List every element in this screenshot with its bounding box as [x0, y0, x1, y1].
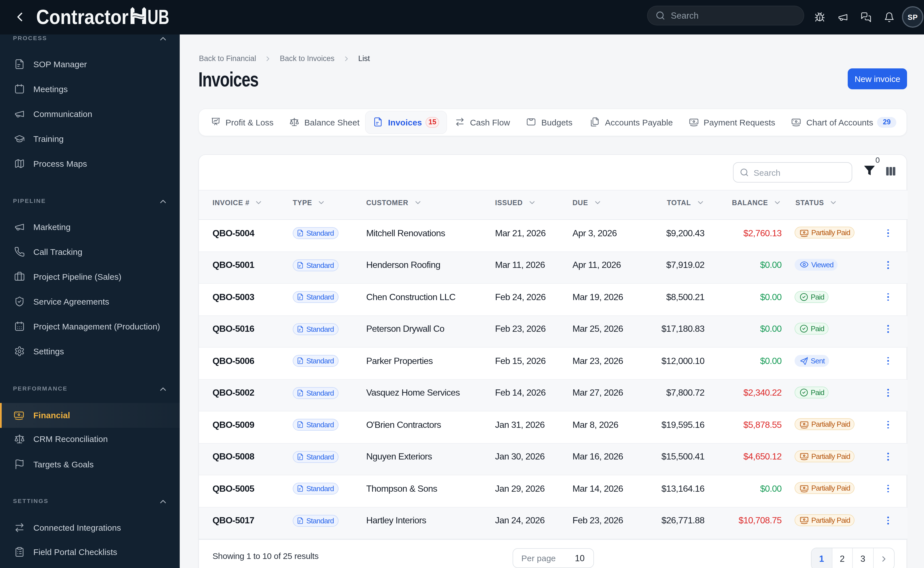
- svg-text:Contractor: Contractor: [36, 6, 128, 25]
- svg-text:UB: UB: [148, 6, 169, 25]
